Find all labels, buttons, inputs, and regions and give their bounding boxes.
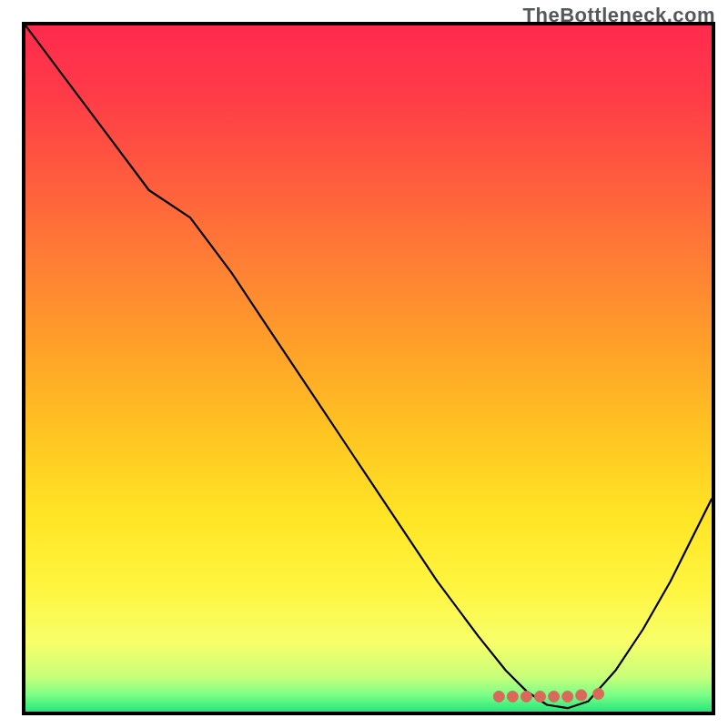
plot-svg [25, 25, 712, 712]
sweet-spot-dot [507, 691, 518, 702]
gradient-background [25, 25, 712, 712]
plot-area [25, 25, 712, 712]
sweet-spot-dot [576, 690, 587, 701]
sweet-spot-dot [562, 691, 573, 702]
watermark-text: TheBottleneck.com [523, 4, 715, 27]
sweet-spot-dot [535, 691, 546, 702]
chart-stage: TheBottleneck.com [0, 0, 728, 728]
sweet-spot-dot [493, 691, 504, 702]
sweet-spot-dot [593, 688, 604, 699]
sweet-spot-dot [549, 691, 560, 702]
sweet-spot-dot [521, 691, 531, 702]
